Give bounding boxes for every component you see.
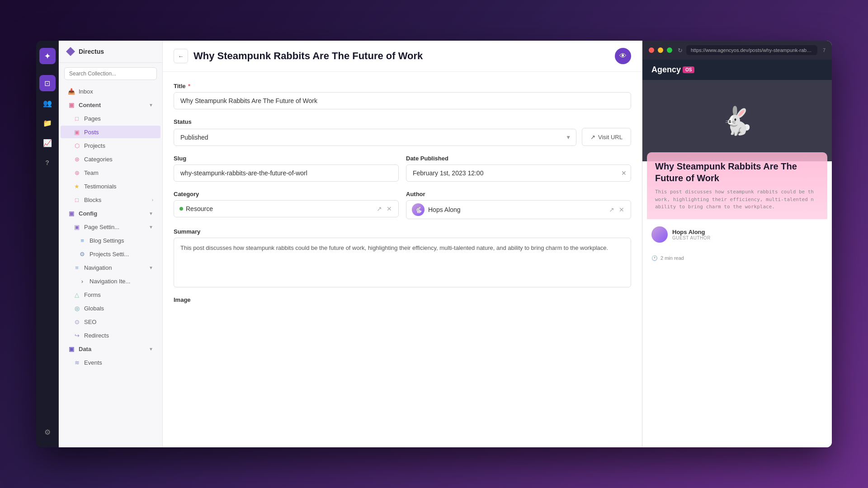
preview-author-role: GUEST AUTHOR: [672, 235, 711, 240]
chevron-down-icon-data: ▼: [149, 347, 153, 352]
sidebar-item-categories[interactable]: ⊛ Categories: [61, 153, 160, 165]
slug-input[interactable]: [174, 164, 399, 182]
sidebar-item-pages[interactable]: □ Pages: [61, 112, 160, 125]
redirects-icon: ↪: [73, 332, 80, 339]
sidebar-item-posts[interactable]: ▣ Posts: [61, 126, 160, 138]
seo-icon: ⊙: [73, 318, 80, 325]
date-label: Date Published: [406, 155, 631, 162]
blocks-icon: □: [73, 196, 80, 203]
author-field-group: Author 🐇 Hops Along ↗ ✕: [406, 191, 631, 219]
preview-card-title: Why Steampunk Rabbits Are The Future of …: [655, 160, 819, 184]
required-indicator: *: [187, 83, 191, 89]
title-input[interactable]: [174, 92, 631, 109]
browser-close-button[interactable]: [649, 47, 654, 53]
chevron-down-icon-nav: ▼: [149, 265, 153, 270]
sidebar-item-testimonials[interactable]: ★ Testimonials: [61, 180, 160, 192]
author-tag: 🐇 Hops Along ↗ ✕: [406, 200, 631, 219]
sidebar-item-inbox[interactable]: 📥 Inbox: [61, 85, 160, 98]
nav-insights-icon[interactable]: 📈: [39, 135, 56, 151]
sidebar-item-team[interactable]: ⊛ Team: [61, 166, 160, 179]
events-icon: ≋: [73, 359, 80, 366]
clock-icon: 🕐: [651, 255, 658, 261]
sidebar-item-blocks[interactable]: □ Blocks ›: [61, 193, 160, 206]
chevron-down-icon-page: ▼: [149, 225, 153, 230]
category-label: Category: [174, 191, 399, 197]
page-settings-icon: ▣: [73, 223, 80, 230]
author-avatar: 🐇: [412, 203, 425, 216]
back-arrow-icon: ←: [178, 53, 184, 60]
navigation-icon: ≡: [73, 264, 80, 271]
status-label: Status: [174, 118, 631, 125]
slug-field-group: Slug: [174, 155, 399, 182]
inbox-icon: 📥: [68, 88, 75, 95]
author-value: Hops Along: [428, 206, 604, 213]
author-open-button[interactable]: ↗: [608, 205, 615, 214]
back-button[interactable]: ←: [174, 49, 188, 63]
nav-settings-icon[interactable]: ⚙: [39, 424, 56, 440]
url-bar[interactable]: https://www.agencyos.dev/posts/why-steam…: [686, 45, 817, 55]
category-remove-button[interactable]: ✕: [386, 204, 393, 213]
content-header: ← Why Steampunk Rabbits Are The Future o…: [163, 41, 642, 72]
nav-sidebar: Directus 📥 Inbox ▣ Content ▼ □ Pages ▣ P…: [59, 41, 163, 447]
date-input[interactable]: [406, 164, 631, 182]
sidebar-item-globals[interactable]: ◎ Globals: [61, 302, 160, 314]
author-remove-button[interactable]: ✕: [618, 205, 625, 214]
sidebar-item-data[interactable]: ▣ Data ▼: [61, 343, 160, 355]
visit-url-button[interactable]: ↗ Visit URL: [582, 128, 631, 146]
sidebar-item-page-settings[interactable]: ▣ Page Settin... ▼: [61, 221, 160, 233]
image-field-group: Image: [174, 296, 631, 303]
date-clear-button[interactable]: ✕: [621, 169, 627, 177]
sidebar-item-blog-settings[interactable]: ≡ Blog Settings: [61, 234, 160, 247]
image-label: Image: [174, 296, 631, 303]
form-body: Title * Status Published Draft Archived …: [163, 72, 642, 447]
nav-help-icon[interactable]: ?: [39, 155, 56, 171]
author-actions: ↗ ✕: [608, 205, 625, 214]
posts-icon: ▣: [73, 128, 80, 136]
sidebar-item-config[interactable]: ▣ Config ▼: [61, 207, 160, 220]
category-dot: [179, 207, 183, 211]
category-open-button[interactable]: ↗: [376, 204, 383, 213]
config-icon: ▣: [68, 210, 75, 217]
sidebar-item-content[interactable]: ▣ Content ▼: [61, 99, 160, 111]
preview-toggle-button[interactable]: 👁: [615, 48, 631, 64]
app-logo[interactable]: ✦: [39, 48, 56, 64]
preview-header: ↻ https://www.agencyos.dev/posts/why-ste…: [642, 41, 832, 60]
status-select[interactable]: Published Draft Archived: [174, 129, 576, 146]
sidebar-item-projects[interactable]: ⬡ Projects: [61, 139, 160, 152]
status-row: Published Draft Archived ▼ ↗ Visit URL: [174, 128, 631, 146]
sidebar-item-navigation[interactable]: ≡ Navigation ▼: [61, 261, 160, 274]
summary-input[interactable]: This post discusses how steampunk rabbit…: [174, 238, 631, 287]
external-link-icon: ↗: [590, 134, 595, 141]
category-actions: ↗ ✕: [376, 204, 393, 213]
preview-card-desc: This post discusses how steampunk rabbit…: [655, 188, 819, 211]
sidebar-item-projects-settings[interactable]: ⚙ Projects Setti...: [61, 248, 160, 260]
main-content: ← Why Steampunk Rabbits Are The Future o…: [163, 41, 642, 447]
blog-settings-icon: ≡: [79, 237, 86, 244]
tab-count: 7: [823, 47, 826, 53]
settings-icon: ⚙: [44, 428, 51, 436]
sidebar-item-navigation-items[interactable]: › Navigation Ite...: [61, 275, 160, 287]
category-field-group: Category Resource ↗ ✕: [174, 191, 399, 219]
browser-maximize-button[interactable]: [667, 47, 672, 53]
folder-icon: 📁: [43, 119, 52, 127]
sidebar-item-forms[interactable]: △ Forms: [61, 288, 160, 301]
chart-icon: 📈: [43, 139, 52, 147]
search-input[interactable]: [64, 67, 157, 80]
team-icon: ⊛: [73, 169, 80, 176]
sidebar-item-seo[interactable]: ⊙ SEO: [61, 315, 160, 328]
sidebar-item-redirects[interactable]: ↪ Redirects: [61, 329, 160, 342]
nav-files-icon[interactable]: 📁: [39, 115, 56, 131]
summary-label: Summary: [174, 228, 631, 235]
nav-collections-icon[interactable]: ⊡: [39, 75, 56, 91]
sidebar-item-events[interactable]: ≋ Events: [61, 356, 160, 369]
preview-content-card: Why Steampunk Rabbits Are The Future of …: [647, 152, 827, 219]
chevron-right-icon: ›: [152, 197, 153, 202]
browser-minimize-button[interactable]: [658, 47, 663, 53]
nav-users-icon[interactable]: 👥: [39, 95, 56, 111]
globals-icon: ◎: [73, 305, 80, 312]
preview-agency-name: Agency: [651, 65, 681, 75]
status-select-wrapper: Published Draft Archived ▼: [174, 129, 576, 146]
slug-date-row: Slug Date Published ✕: [174, 155, 631, 182]
reload-icon[interactable]: ↻: [678, 47, 683, 54]
summary-field-group: Summary This post discusses how steampun…: [174, 228, 631, 287]
